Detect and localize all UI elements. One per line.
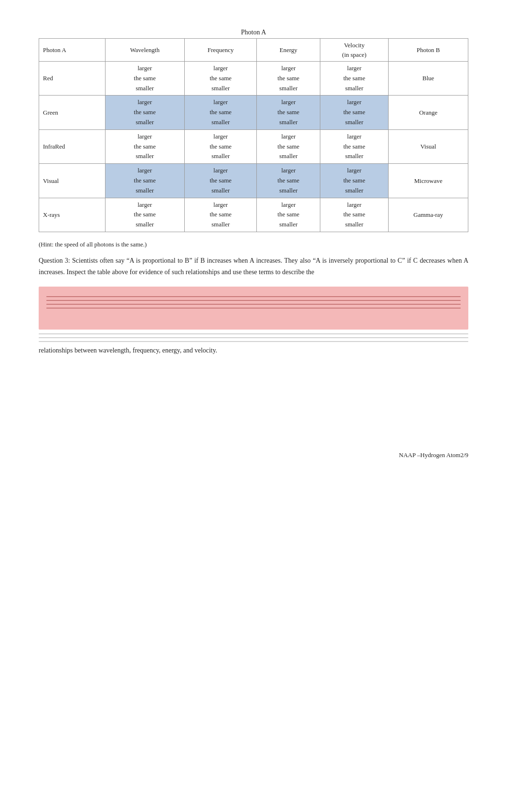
- answer-line-1: [39, 333, 468, 334]
- cell-photon-a-1: Green: [39, 96, 106, 129]
- cell-photon-a-3: Visual: [39, 164, 106, 198]
- cell-wavelength-0[interactable]: largerthe samesmaller: [105, 62, 184, 96]
- pink-line-3: [46, 304, 461, 305]
- table-title: Photon A: [39, 29, 468, 36]
- col-header-velocity: Velocity(in space): [320, 39, 388, 62]
- col-header-frequency: Frequency: [184, 39, 257, 62]
- relationships-text: relationships between wavelength, freque…: [39, 345, 468, 356]
- cell-velocity-0[interactable]: largerthe samesmaller: [320, 62, 388, 96]
- answer-line-2: [39, 337, 468, 338]
- cell-frequency-0[interactable]: largerthe samesmaller: [184, 62, 257, 96]
- cell-velocity-3[interactable]: largerthe samesmaller: [320, 164, 388, 198]
- cell-wavelength-3[interactable]: largerthe samesmaller: [105, 164, 184, 198]
- cell-frequency-4[interactable]: largerthe samesmaller: [184, 198, 257, 232]
- pink-line-2: [46, 300, 461, 301]
- cell-photon-b-3: Microwave: [389, 164, 468, 198]
- answer-block-pink: [39, 287, 468, 330]
- cell-velocity-1[interactable]: largerthe samesmaller: [320, 96, 388, 129]
- table-header-row: Photon A Wavelength Frequency Energy Vel…: [39, 39, 468, 62]
- table-row: X-rayslargerthe samesmallerlargerthe sam…: [39, 198, 468, 232]
- pink-line-4: [46, 308, 461, 309]
- col-header-energy: Energy: [257, 39, 320, 62]
- question3-text: Question 3: Scientists often say “A is p…: [39, 255, 468, 278]
- cell-velocity-2[interactable]: largerthe samesmaller: [320, 129, 388, 163]
- cell-frequency-3[interactable]: largerthe samesmaller: [184, 164, 257, 198]
- cell-frequency-2[interactable]: largerthe samesmaller: [184, 129, 257, 163]
- pink-line-1: [46, 296, 461, 297]
- table-row: Redlargerthe samesmallerlargerthe samesm…: [39, 62, 468, 96]
- col-header-wavelength: Wavelength: [105, 39, 184, 62]
- cell-energy-4[interactable]: largerthe samesmaller: [257, 198, 320, 232]
- table-row: Greenlargerthe samesmallerlargerthe same…: [39, 96, 468, 129]
- cell-wavelength-2[interactable]: largerthe samesmaller: [105, 129, 184, 163]
- cell-photon-a-0: Red: [39, 62, 106, 96]
- answer-lines-section: [39, 333, 468, 342]
- cell-energy-0[interactable]: largerthe samesmaller: [257, 62, 320, 96]
- cell-photon-a-4: X-rays: [39, 198, 106, 232]
- footer-text: NAAP –Hydrogen Atom2/9: [39, 451, 468, 459]
- cell-velocity-4[interactable]: largerthe samesmaller: [320, 198, 388, 232]
- cell-photon-b-2: Visual: [389, 129, 468, 163]
- table-row: InfraRedlargerthe samesmallerlargerthe s…: [39, 129, 468, 163]
- cell-photon-b-4: Gamma-ray: [389, 198, 468, 232]
- cell-energy-1[interactable]: largerthe samesmaller: [257, 96, 320, 129]
- hint-text: (Hint: the speed of all photons is the s…: [39, 241, 468, 248]
- cell-photon-a-2: InfraRed: [39, 129, 106, 163]
- cell-wavelength-4[interactable]: largerthe samesmaller: [105, 198, 184, 232]
- col-header-photon-a: Photon A: [39, 39, 106, 62]
- table-wrapper: Photon A Photon A Wavelength Frequency E…: [39, 29, 468, 232]
- cell-photon-b-0: Blue: [389, 62, 468, 96]
- col-header-photon-b: Photon B: [389, 39, 468, 62]
- answer-line-3: [39, 341, 468, 342]
- answer-area: [39, 287, 468, 342]
- page-content: Photon A Photon A Wavelength Frequency E…: [39, 29, 468, 459]
- cell-photon-b-1: Orange: [389, 96, 468, 129]
- table-row: Visuallargerthe samesmallerlargerthe sam…: [39, 164, 468, 198]
- cell-energy-3[interactable]: largerthe samesmaller: [257, 164, 320, 198]
- cell-wavelength-1[interactable]: largerthe samesmaller: [105, 96, 184, 129]
- cell-energy-2[interactable]: largerthe samesmaller: [257, 129, 320, 163]
- photon-table: Photon A Wavelength Frequency Energy Vel…: [39, 38, 468, 232]
- cell-frequency-1[interactable]: largerthe samesmaller: [184, 96, 257, 129]
